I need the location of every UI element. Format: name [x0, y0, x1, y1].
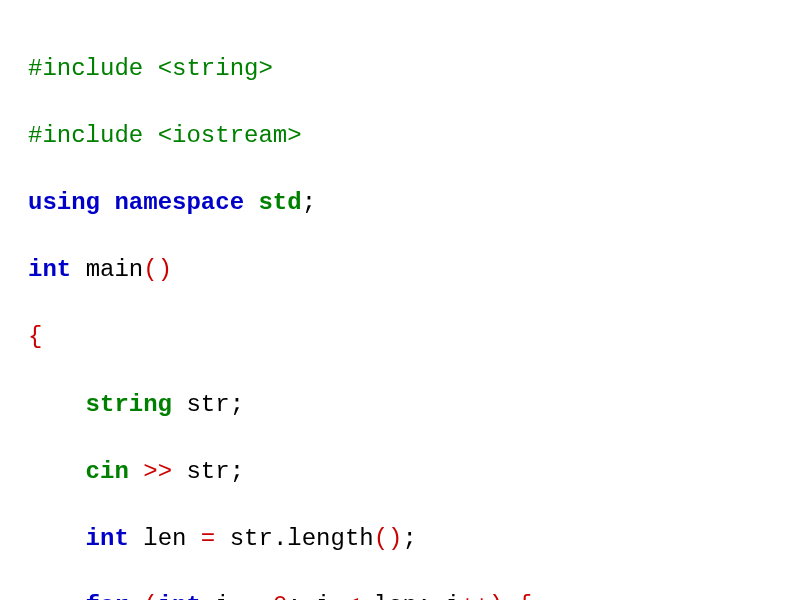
- ns-std: std: [258, 189, 301, 216]
- kw-namespace: namespace: [114, 189, 244, 216]
- code-line-4: int main(): [28, 253, 772, 287]
- preproc-include: #include: [28, 55, 143, 82]
- op-inc: ++: [460, 592, 489, 600]
- semicolon: ;: [230, 391, 244, 418]
- var-i: i: [215, 592, 229, 600]
- kw-for: for: [86, 592, 129, 600]
- num-zero: 0: [273, 592, 287, 600]
- op-eq: =: [201, 525, 215, 552]
- kw-int: int: [158, 592, 201, 600]
- parens: (): [374, 525, 403, 552]
- code-line-7: cin >> str;: [28, 455, 772, 489]
- header-iostream: <iostream>: [158, 122, 302, 149]
- method-length: length: [287, 525, 373, 552]
- var-str: str: [186, 458, 229, 485]
- open-brace: {: [28, 323, 42, 350]
- semicolon: ;: [302, 189, 316, 216]
- header-string: <string>: [158, 55, 273, 82]
- code-line-5: {: [28, 320, 772, 354]
- var-len: len: [374, 592, 417, 600]
- code-line-1: #include <string>: [28, 52, 772, 86]
- parens: (): [143, 256, 172, 283]
- kw-int: int: [28, 256, 71, 283]
- code-line-3: using namespace std;: [28, 186, 772, 220]
- obj-cin: cin: [86, 458, 129, 485]
- op-extract: >>: [143, 458, 172, 485]
- var-str: str: [186, 391, 229, 418]
- semicolon: ;: [403, 525, 417, 552]
- obj-str: str: [230, 525, 273, 552]
- op-eq: =: [244, 592, 258, 600]
- kw-int: int: [86, 525, 129, 552]
- var-i: i: [316, 592, 330, 600]
- rparen: ): [489, 592, 503, 600]
- lparen: (: [143, 592, 157, 600]
- preproc-include: #include: [28, 122, 143, 149]
- code-line-6: string str;: [28, 388, 772, 422]
- semicolon: ;: [230, 458, 244, 485]
- code-line-9: for (int i = 0; i < len; i++) {: [28, 589, 772, 600]
- code-line-8: int len = str.length();: [28, 522, 772, 556]
- var-len: len: [143, 525, 186, 552]
- var-i: i: [446, 592, 460, 600]
- code-block: #include <string> #include <iostream> us…: [0, 0, 800, 600]
- semicolon: ;: [417, 592, 431, 600]
- semicolon: ;: [287, 592, 301, 600]
- type-string: string: [86, 391, 172, 418]
- open-brace: {: [518, 592, 532, 600]
- fn-main: main: [86, 256, 144, 283]
- code-line-2: #include <iostream>: [28, 119, 772, 153]
- kw-using: using: [28, 189, 100, 216]
- dot: .: [273, 525, 287, 552]
- op-lt: <: [345, 592, 359, 600]
